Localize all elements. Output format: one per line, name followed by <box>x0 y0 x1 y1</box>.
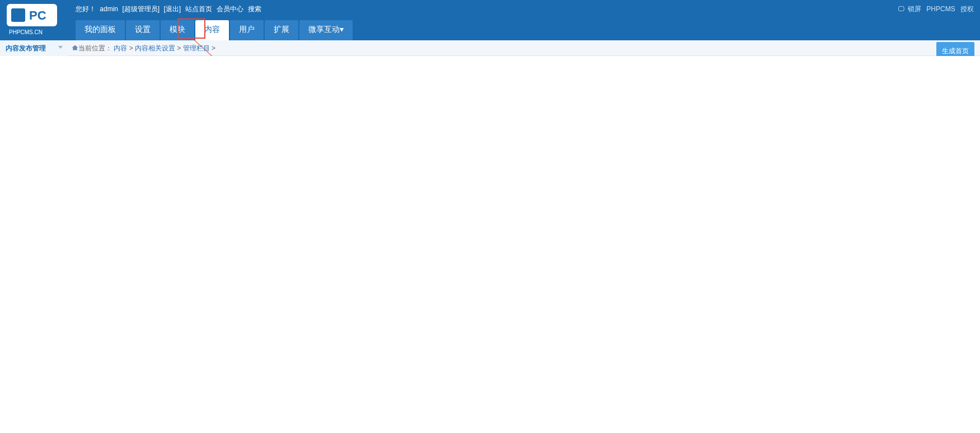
sidebar: 内容发布管理管理内容附件管理专题碎片管理采集管理发布管理批量更新栏目页生成首页批… <box>0 40 67 56</box>
role-label: [超级管理员] <box>122 5 160 13</box>
nav-tabs: 我的面板设置模块内容用户扩展微享互动▾ <box>76 20 354 40</box>
toplink[interactable]: 站点首页 <box>185 5 212 13</box>
crumb-link[interactable]: 内容相关设置 <box>135 44 175 52</box>
header: PCPHPCMS.CN 您好！ admin [超级管理员] [退出]站点首页会员… <box>0 0 980 40</box>
logo[interactable]: PCPHPCMS.CN <box>6 3 67 38</box>
toplink[interactable]: 会员中心 <box>217 5 243 13</box>
topright: 🖵 锁屏 PHPCMS 授权 <box>898 4 976 14</box>
nav-tab[interactable]: 用户 <box>230 20 264 40</box>
nav-tab[interactable]: 内容 <box>195 20 229 40</box>
chevron-down-icon <box>58 46 63 49</box>
crumb-prefix: 当前位置： <box>78 44 112 52</box>
lock-screen-link[interactable]: 锁屏 <box>908 5 921 13</box>
nav-tab[interactable]: 模块 <box>161 20 194 40</box>
nav-tab[interactable]: 微享互动▾ <box>299 20 353 40</box>
greeting: 您好！ <box>76 5 96 13</box>
crumb-link[interactable]: 内容 <box>114 44 127 52</box>
breadcrumb-row: 当前位置： 内容 > 内容相关设置 > 管理栏目 > 生成首页 <box>0 40 980 56</box>
side-group-title[interactable]: 内容发布管理 <box>0 40 67 56</box>
phpcms-link[interactable]: PHPCMS <box>926 5 955 13</box>
nav-tab[interactable]: 扩展 <box>265 20 298 40</box>
username-link[interactable]: admin <box>100 5 118 13</box>
home-icon <box>72 44 78 51</box>
crumb-link[interactable]: 管理栏目 <box>183 44 210 52</box>
auth-link[interactable]: 授权 <box>960 5 974 13</box>
svg-rect-1 <box>11 8 25 22</box>
nav-tab[interactable]: 我的面板 <box>76 20 125 40</box>
logo-text: PHPCMS.CN <box>9 29 43 35</box>
generate-home-button[interactable]: 生成首页 <box>936 42 974 56</box>
screen-icon: 🖵 <box>898 5 904 13</box>
toplink[interactable]: [退出] <box>163 5 181 13</box>
toplink[interactable]: 搜索 <box>248 5 261 13</box>
svg-text:PC: PC <box>29 8 46 22</box>
nav-tab[interactable]: 设置 <box>126 20 160 40</box>
topline: 您好！ admin [超级管理员] [退出]站点首页会员中心搜索 <box>76 4 264 14</box>
